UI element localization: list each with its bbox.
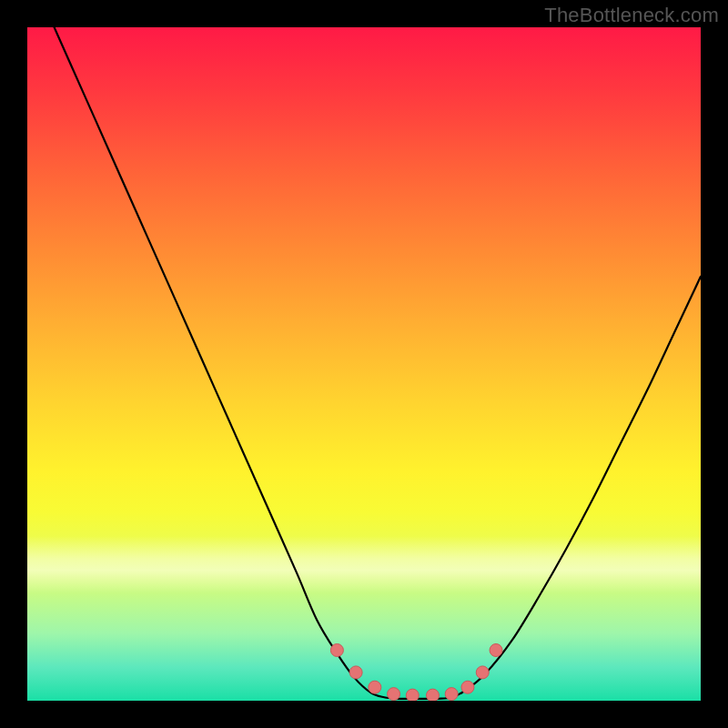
bottleneck-markers xyxy=(330,644,502,702)
bottleneck-marker xyxy=(349,666,362,679)
bottleneck-marker xyxy=(330,644,343,657)
watermark-text: TheBottleneck.com xyxy=(544,4,719,27)
bottleneck-marker xyxy=(461,681,474,693)
plot-area xyxy=(27,27,701,701)
bottleneck-marker xyxy=(426,689,439,701)
bottleneck-marker xyxy=(476,666,489,679)
outer-frame: TheBottleneck.com xyxy=(0,0,728,728)
chart-svg xyxy=(27,27,701,701)
bottleneck-marker xyxy=(406,689,419,701)
bottleneck-marker xyxy=(388,688,400,701)
bottleneck-curve xyxy=(55,27,701,699)
bottleneck-marker xyxy=(369,681,381,693)
bottleneck-marker xyxy=(490,644,502,657)
bottleneck-marker xyxy=(445,688,458,701)
